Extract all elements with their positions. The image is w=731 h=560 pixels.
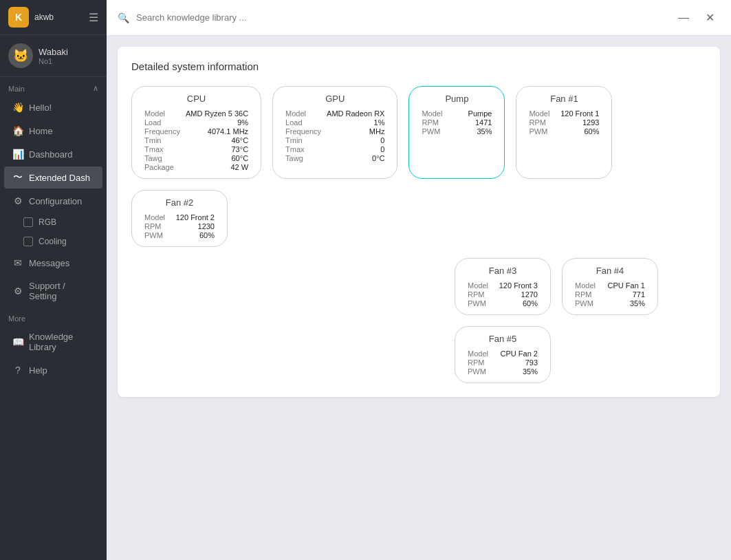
fan3-model-label: Model xyxy=(468,281,491,290)
extended-dash-icon: 〜 xyxy=(12,172,23,183)
sidebar-item-hello[interactable]: 👋 Hello! xyxy=(4,96,102,118)
cpu-package-label: Package xyxy=(144,163,180,171)
cpu-freq-label: Frequency xyxy=(144,127,180,136)
fan4-label: Fan #4 xyxy=(575,266,645,276)
fan2-pwm-value: 60% xyxy=(173,231,215,239)
gpu-load-value: 1% xyxy=(327,118,384,127)
sidebar-item-label: Configuration xyxy=(29,196,82,206)
sidebar-item-extended-dash[interactable]: 〜 Extended Dash xyxy=(4,166,102,189)
cpu-tawg-value: 60°C xyxy=(186,154,248,162)
cpu-component: CPU Model AMD Ryzen 5 36C Load 9% Freque… xyxy=(131,86,261,179)
cpu-tmin-label: Tmin xyxy=(144,136,180,144)
sidebar-item-dashboard[interactable]: 📊 Dashboard xyxy=(4,143,102,165)
fan2-data: Model 120 Front 2 RPM 1230 PWM 60% xyxy=(144,213,215,239)
cpu-tawg-label: Tawg xyxy=(144,154,180,162)
pump-component: Pump Model Pumpe RPM 1471 PWM 35% xyxy=(408,86,505,179)
sidebar-item-label: Help xyxy=(29,365,47,376)
more-section-label: More xyxy=(0,308,107,325)
dashboard-icon: 📊 xyxy=(12,149,23,160)
fan1-label: Fan #1 xyxy=(529,94,599,104)
app-logo: K xyxy=(8,7,29,28)
fan5-label: Fan #5 xyxy=(468,334,538,344)
knowledge-icon: 📖 xyxy=(12,336,23,347)
pump-rpm-value: 1471 xyxy=(458,118,492,127)
fan4-model-label: Model xyxy=(575,281,599,290)
content-area: Detailed system information CPU Model AM… xyxy=(107,36,731,560)
sidebar-item-label: Cooling xyxy=(39,237,67,246)
fan4-data: Model CPU Fan 1 RPM 771 PWM 35% xyxy=(575,281,645,308)
fan4-component: Fan #4 Model CPU Fan 1 RPM 771 PWM 35% xyxy=(562,258,658,315)
sidebar-item-label: RGB xyxy=(39,217,56,227)
fan3-data: Model 120 Front 3 RPM 1270 PWM 60% xyxy=(468,281,538,308)
fan2-model-label: Model xyxy=(144,213,168,222)
cpu-model-value: AMD Ryzen 5 36C xyxy=(186,109,248,118)
gpu-tawg-label: Tawg xyxy=(285,154,321,162)
cpu-tmin-value: 46°C xyxy=(186,136,248,144)
sidebar-item-help[interactable]: ? Help xyxy=(4,359,102,381)
sidebar-item-cooling[interactable]: Cooling xyxy=(4,233,102,250)
pump-data: Model Pumpe RPM 1471 PWM 35% xyxy=(422,109,492,136)
pump-rpm-label: RPM xyxy=(422,118,452,127)
search-icon: 🔍 xyxy=(118,12,129,23)
gpu-data: Model AMD Radeon RX Load 1% Frequency MH… xyxy=(285,109,384,162)
user-name: Wabaki xyxy=(39,47,68,57)
sysinfo-card: Detailed system information CPU Model AM… xyxy=(118,47,720,397)
gpu-load-label: Load xyxy=(285,118,321,127)
pump-pwm-value: 35% xyxy=(458,127,492,136)
pump-model-value: Pumpe xyxy=(458,109,492,118)
messages-icon: ✉ xyxy=(12,257,23,268)
fan4-pwm-value: 35% xyxy=(604,299,645,308)
pump-model-label: Model xyxy=(422,109,452,118)
sidebar-header: K akwb ☰ xyxy=(0,0,107,35)
cpu-tmax-label: Tmax xyxy=(144,145,180,153)
hamburger-button[interactable]: ☰ xyxy=(89,11,98,24)
fan1-model-label: Model xyxy=(529,109,552,118)
fan1-component: Fan #1 Model 120 Front 1 RPM 1293 PWM 60… xyxy=(516,86,612,179)
sidebar-item-rgb[interactable]: RGB xyxy=(4,213,102,231)
gpu-component: GPU Model AMD Radeon RX Load 1% Frequenc… xyxy=(272,86,397,179)
minimize-button[interactable]: — xyxy=(673,8,695,27)
gpu-label: GPU xyxy=(285,94,384,104)
components-row-3: Fan #5 Model CPU Fan 2 RPM 793 PWM 35% xyxy=(131,326,706,383)
components-row-2: Fan #3 Model 120 Front 3 RPM 1270 PWM 60… xyxy=(131,258,706,315)
sidebar-item-label: Messages xyxy=(29,258,69,268)
avatar: 🐱 xyxy=(8,43,33,68)
fan2-pwm-label: PWM xyxy=(144,231,168,239)
cpu-load-label: Load xyxy=(144,118,180,127)
fan1-pwm-label: PWM xyxy=(529,127,552,136)
gpu-freq-value: MHz xyxy=(327,127,384,136)
pump-pwm-label: PWM xyxy=(422,127,452,136)
search-input[interactable] xyxy=(136,12,666,23)
fan5-rpm-value: 793 xyxy=(497,358,538,367)
gpu-freq-label: Frequency xyxy=(285,127,321,136)
fan2-rpm-label: RPM xyxy=(144,222,168,230)
fan3-pwm-value: 60% xyxy=(497,299,538,308)
sidebar: K akwb ☰ 🐱 Wabaki No1 Main ∧ 👋 Hello! 🏠 … xyxy=(0,0,107,560)
close-button[interactable]: ✕ xyxy=(700,8,720,27)
user-info: Wabaki No1 xyxy=(39,47,68,65)
fan3-rpm-label: RPM xyxy=(468,290,491,299)
sidebar-item-configuration[interactable]: ⚙ Configuration xyxy=(4,190,102,212)
fan1-pwm-value: 60% xyxy=(558,127,599,136)
fan5-model-label: Model xyxy=(468,349,492,358)
fan4-rpm-label: RPM xyxy=(575,290,599,299)
gpu-tmax-value: 0 xyxy=(327,145,384,153)
fan2-model-value: 120 Front 2 xyxy=(173,213,215,222)
sidebar-item-support[interactable]: ⚙ Support / Setting xyxy=(4,275,102,307)
cpu-data: Model AMD Ryzen 5 36C Load 9% Frequency … xyxy=(144,109,248,171)
fan1-data: Model 120 Front 1 RPM 1293 PWM 60% xyxy=(529,109,599,136)
configuration-icon: ⚙ xyxy=(12,195,23,206)
sidebar-item-knowledge[interactable]: 📖 Knowledge Library xyxy=(4,326,102,358)
support-icon: ⚙ xyxy=(12,286,23,297)
sidebar-item-label: Home xyxy=(29,126,53,136)
rgb-icon xyxy=(23,217,33,227)
sidebar-item-label: Knowledge Library xyxy=(29,332,94,352)
fan1-rpm-value: 1293 xyxy=(558,118,599,127)
sidebar-item-label: Support / Setting xyxy=(29,281,94,301)
fan5-pwm-label: PWM xyxy=(468,367,492,376)
sidebar-item-messages[interactable]: ✉ Messages xyxy=(4,252,102,274)
sidebar-item-home[interactable]: 🏠 Home xyxy=(4,120,102,142)
cpu-label: CPU xyxy=(144,94,248,104)
fan5-data: Model CPU Fan 2 RPM 793 PWM 35% xyxy=(468,349,538,376)
gpu-tawg-value: 0°C xyxy=(327,154,384,162)
